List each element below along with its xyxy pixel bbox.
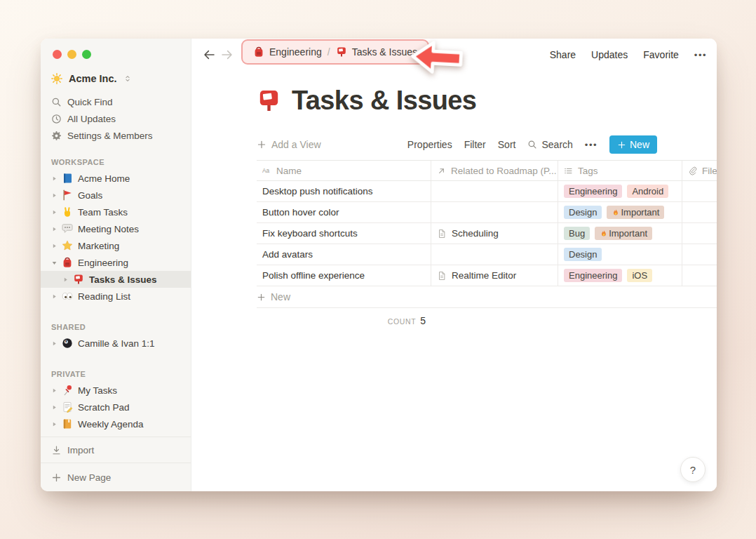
sidebar-item-label: Meeting Notes bbox=[78, 224, 139, 234]
app-window: Acme Inc. Quick FindAll UpdatesSettings … bbox=[41, 39, 717, 491]
column-header-related-to-roadmap-p[interactable]: Related to Roadmap (P... bbox=[431, 161, 558, 180]
flame-icon bbox=[600, 229, 608, 238]
cell-name[interactable]: Add avatars bbox=[257, 244, 431, 265]
table-row[interactable]: Button hover colorDesignImportant bbox=[257, 202, 717, 223]
cell-tags[interactable]: EngineeringiOS bbox=[558, 265, 682, 286]
breadcrumb-item-engineering[interactable]: Engineering bbox=[253, 46, 322, 58]
tag-engineering[interactable]: Engineering bbox=[564, 269, 622, 282]
topbar-action-updates[interactable]: Updates bbox=[591, 49, 628, 60]
sort-button[interactable]: Sort bbox=[498, 139, 516, 150]
tag-important[interactable]: Important bbox=[595, 227, 652, 240]
table-row[interactable]: Add avatarsDesign bbox=[257, 244, 717, 265]
topbar-actions: ShareUpdatesFavorite••• bbox=[550, 49, 707, 60]
sidebar-item-import[interactable]: Import bbox=[41, 437, 191, 463]
column-header-files[interactable]: Files bbox=[682, 161, 717, 180]
cell-related[interactable] bbox=[431, 181, 558, 201]
toolbar-more-button[interactable]: ••• bbox=[585, 140, 598, 150]
cell-files[interactable] bbox=[682, 202, 717, 222]
sidebar-item-label: Tasks & Issues bbox=[89, 274, 157, 285]
tag-important[interactable]: Important bbox=[607, 206, 664, 219]
back-button[interactable] bbox=[203, 48, 215, 61]
row-name-label: Add avatars bbox=[262, 249, 313, 260]
sidebar-item-weekly-agenda[interactable]: Weekly Agenda bbox=[41, 415, 191, 432]
sidebar-item-engineering[interactable]: Engineering bbox=[41, 254, 191, 271]
forward-button[interactable] bbox=[221, 48, 234, 61]
memo-emoji bbox=[62, 401, 73, 413]
new-button[interactable]: New bbox=[609, 135, 657, 154]
table-row[interactable]: Fix keyboard shortcutsSchedulingBugImpor… bbox=[257, 223, 717, 244]
cell-related[interactable] bbox=[431, 244, 558, 265]
column-header-tags[interactable]: Tags bbox=[558, 161, 682, 180]
cell-tags[interactable]: DesignImportant bbox=[558, 202, 682, 222]
cell-tags[interactable]: Design bbox=[558, 244, 682, 265]
page-title[interactable]: Tasks & Issues bbox=[292, 86, 476, 116]
page-icon-postbox[interactable] bbox=[257, 88, 281, 113]
sidebar-item-my-tasks[interactable]: My Tasks bbox=[41, 382, 191, 399]
triangle-right-icon bbox=[51, 404, 58, 411]
cell-files[interactable] bbox=[682, 244, 717, 265]
gear-icon bbox=[51, 131, 62, 141]
star-yellow bbox=[62, 240, 73, 251]
cell-tags[interactable]: EngineeringAndroid bbox=[558, 181, 682, 201]
tag-engineering[interactable]: Engineering bbox=[564, 185, 622, 198]
sidebar-item-meeting-notes[interactable]: Meeting Notes bbox=[41, 220, 191, 237]
column-label: Related to Roadmap (P... bbox=[451, 166, 557, 176]
sidebar-item-reading-list[interactable]: Reading List bbox=[41, 288, 191, 305]
tag-design[interactable]: Design bbox=[564, 248, 602, 261]
add-view-button[interactable]: Add a View bbox=[257, 139, 321, 150]
workspace-switcher[interactable]: Acme Inc. bbox=[41, 69, 191, 88]
arrow-up-right-icon bbox=[437, 166, 446, 175]
sidebar-item-camille-ivan-1-1[interactable]: 8Camille & Ivan 1:1 bbox=[41, 335, 191, 352]
postbox-red bbox=[336, 46, 347, 58]
sidebar-item-all-updates[interactable]: All Updates bbox=[41, 110, 191, 127]
topbar-more-button[interactable]: ••• bbox=[694, 50, 707, 60]
cell-related[interactable] bbox=[431, 202, 558, 222]
sidebar-section-workspace: WORKSPACEAcme HomeGoalsTeam TasksMeeting… bbox=[41, 158, 191, 305]
sidebar-item-tasks-issues[interactable]: Tasks & Issues bbox=[41, 271, 191, 288]
hand-yellow bbox=[62, 206, 73, 218]
count-row[interactable]: COUNT 5 bbox=[257, 315, 431, 326]
sidebar-item-quick-find[interactable]: Quick Find bbox=[41, 93, 191, 110]
plus-icon bbox=[51, 472, 62, 483]
topbar-action-share[interactable]: Share bbox=[550, 49, 576, 60]
sidebar-item-marketing[interactable]: Marketing bbox=[41, 237, 191, 254]
cell-tags[interactable]: BugImportant bbox=[558, 223, 682, 244]
column-header-name[interactable]: AaName bbox=[257, 161, 431, 180]
tag-ios[interactable]: iOS bbox=[627, 269, 652, 282]
sidebar-item-settings-members[interactable]: Settings & Members bbox=[41, 127, 191, 144]
sidebar-item-new-page[interactable]: New Page bbox=[41, 463, 191, 491]
sidebar-item-goals[interactable]: Goals bbox=[41, 187, 191, 204]
breadcrumb-item-tasks-issues[interactable]: Tasks & Issues bbox=[336, 46, 417, 58]
filter-button[interactable]: Filter bbox=[464, 139, 486, 150]
section-title: PRIVATE bbox=[41, 370, 191, 378]
cell-files[interactable] bbox=[682, 265, 717, 286]
workspace-name: Acme Inc. bbox=[69, 73, 117, 84]
sidebar-item-acme-home[interactable]: Acme Home bbox=[41, 170, 191, 187]
sidebar-item-team-tasks[interactable]: Team Tasks bbox=[41, 204, 191, 220]
new-row-button[interactable]: New bbox=[257, 286, 717, 308]
cell-name[interactable]: Fix keyboard shortcuts bbox=[257, 223, 431, 244]
cell-files[interactable] bbox=[682, 223, 717, 244]
backpack-red bbox=[253, 46, 264, 58]
table-row[interactable]: Polish offline experienceRealtime Editor… bbox=[257, 265, 717, 286]
topbar-action-favorite[interactable]: Favorite bbox=[643, 49, 679, 60]
tag-android[interactable]: Android bbox=[627, 185, 668, 198]
close-window-button[interactable] bbox=[53, 50, 62, 59]
sidebar-item-scratch-pad[interactable]: Scratch Pad bbox=[41, 399, 191, 415]
cell-name[interactable]: Button hover color bbox=[257, 202, 431, 222]
flame-icon bbox=[612, 208, 620, 217]
table-row[interactable]: Desktop push notificationsEngineeringAnd… bbox=[257, 181, 717, 202]
cell-name[interactable]: Desktop push notifications bbox=[257, 181, 431, 201]
cell-name[interactable]: Polish offline experience bbox=[257, 265, 431, 286]
tag-bug[interactable]: Bug bbox=[564, 227, 590, 240]
search-button[interactable]: Search bbox=[527, 139, 572, 150]
triangle-right-icon bbox=[51, 243, 58, 249]
help-button[interactable]: ? bbox=[680, 457, 706, 482]
cell-related[interactable]: Realtime Editor bbox=[431, 265, 558, 286]
minimize-window-button[interactable] bbox=[67, 50, 76, 59]
properties-button[interactable]: Properties bbox=[407, 139, 452, 150]
cell-related[interactable]: Scheduling bbox=[431, 223, 558, 244]
cell-files[interactable] bbox=[682, 181, 717, 201]
tag-design[interactable]: Design bbox=[564, 206, 602, 219]
zoom-window-button[interactable] bbox=[82, 50, 91, 59]
